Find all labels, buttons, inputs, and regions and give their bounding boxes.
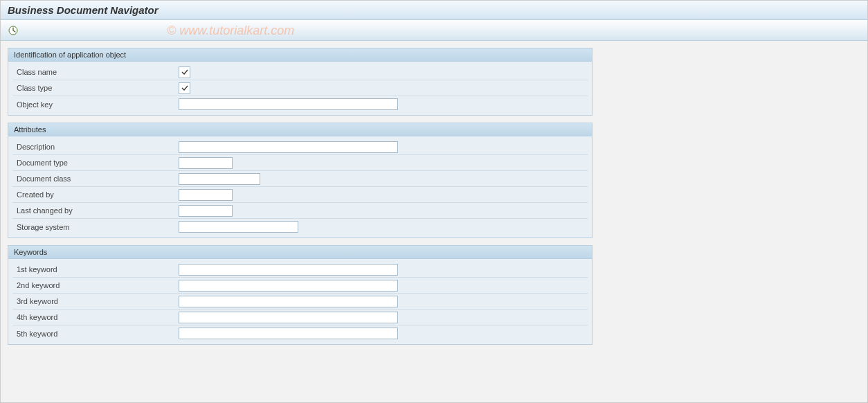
content-area: Identification of application object Cla… [1, 41, 867, 402]
row-document-type: Document type [12, 155, 588, 171]
row-created-by: Created by [12, 187, 588, 203]
label-object-key: Object key [12, 100, 179, 109]
label-keyword-1: 1st keyword [12, 265, 179, 274]
label-class-name: Class name [12, 68, 179, 76]
row-keyword-4: 4th keyword [12, 310, 588, 325]
watermark-text: © www.tutorialkart.com [167, 23, 294, 37]
label-document-type: Document type [12, 159, 179, 167]
input-keyword-4[interactable] [179, 312, 398, 323]
row-last-changed-by: Last changed by [12, 203, 588, 219]
group-attributes-header: Attributes [8, 123, 592, 136]
group-keywords-header: Keywords [8, 246, 592, 259]
row-keyword-2: 2nd keyword [12, 278, 588, 294]
group-identification-header: Identification of application object [8, 48, 592, 62]
row-keyword-1: 1st keyword [12, 262, 588, 278]
app-container: Business Document Navigator © www.tutori… [0, 0, 868, 403]
label-last-changed-by: Last changed by [12, 206, 179, 215]
label-keyword-5: 5th keyword [12, 330, 179, 338]
checkbox-class-name[interactable] [179, 66, 190, 78]
row-storage-system: Storage system [12, 219, 588, 235]
label-document-class: Document class [12, 174, 179, 183]
group-identification: Identification of application object Cla… [8, 48, 593, 116]
input-keyword-2[interactable] [179, 280, 398, 292]
row-class-name: Class name [12, 64, 588, 80]
input-keyword-5[interactable] [179, 328, 398, 339]
row-keyword-3: 3rd keyword [12, 294, 588, 310]
input-last-changed-by[interactable] [179, 205, 233, 217]
label-description: Description [12, 143, 179, 151]
label-keyword-4: 4th keyword [12, 313, 179, 321]
row-document-class: Document class [12, 171, 588, 187]
group-attributes: Attributes Description Document type Doc… [8, 123, 593, 238]
input-storage-system[interactable] [179, 221, 298, 233]
label-class-type: Class type [12, 84, 179, 92]
row-description: Description [12, 139, 588, 155]
input-created-by[interactable] [179, 189, 233, 201]
input-keyword-3[interactable] [179, 296, 398, 307]
label-storage-system: Storage system [12, 223, 179, 231]
label-created-by: Created by [12, 190, 179, 199]
row-keyword-5: 5th keyword [12, 325, 588, 341]
input-description[interactable] [179, 141, 398, 153]
row-object-key: Object key [12, 96, 588, 112]
checkbox-class-type[interactable] [179, 82, 190, 94]
label-keyword-3: 3rd keyword [12, 297, 179, 305]
title-bar: Business Document Navigator [1, 1, 867, 20]
input-document-class[interactable] [179, 173, 260, 185]
label-keyword-2: 2nd keyword [12, 281, 179, 289]
page-title: Business Document Navigator [8, 4, 159, 16]
input-object-key[interactable] [179, 98, 398, 110]
input-document-type[interactable] [179, 157, 233, 169]
row-class-type: Class type [12, 80, 588, 96]
execute-icon[interactable] [8, 25, 19, 36]
group-keywords: Keywords 1st keyword 2nd keyword 3rd key… [8, 245, 593, 345]
input-keyword-1[interactable] [179, 264, 398, 276]
toolbar: © www.tutorialkart.com [1, 20, 867, 41]
